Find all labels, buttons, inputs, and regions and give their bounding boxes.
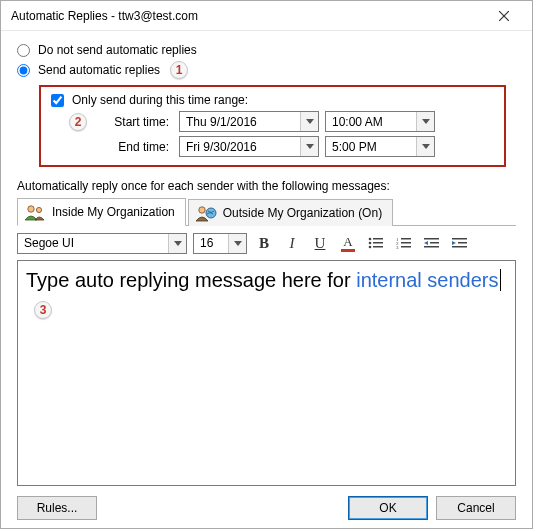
number-list-icon: 1 2 3 xyxy=(396,236,412,250)
italic-button[interactable]: I xyxy=(281,232,303,254)
svg-rect-29 xyxy=(458,242,467,244)
font-color-button[interactable]: A xyxy=(337,232,359,254)
font-color-bar xyxy=(341,249,355,252)
tab-inside-label: Inside My Organization xyxy=(52,205,175,219)
svg-rect-26 xyxy=(424,246,439,248)
callout-3: 3 xyxy=(34,301,52,319)
radio-do-not-send-input[interactable] xyxy=(17,44,30,57)
svg-marker-4 xyxy=(306,144,314,149)
svg-marker-11 xyxy=(234,241,242,246)
tab-inside-org[interactable]: Inside My Organization xyxy=(17,198,186,226)
callout-1: 1 xyxy=(170,61,188,79)
start-time-value: 10:00 AM xyxy=(326,115,416,129)
font-size-value: 16 xyxy=(194,236,228,250)
chevron-down-icon xyxy=(300,112,318,131)
svg-marker-31 xyxy=(452,241,456,245)
end-time-label: End time: xyxy=(103,140,173,154)
tab-outside-label: Outside My Organization (On) xyxy=(223,206,382,220)
radio-send[interactable]: Send automatic replies 1 xyxy=(17,61,516,79)
callout-2: 2 xyxy=(69,113,87,131)
underline-button[interactable]: U xyxy=(309,232,331,254)
indent-icon xyxy=(452,236,468,250)
chevron-down-icon xyxy=(300,137,318,156)
svg-point-6 xyxy=(28,206,34,212)
svg-marker-5 xyxy=(422,144,430,149)
svg-marker-10 xyxy=(174,241,182,246)
editor-toolbar: Segoe UI 16 B I U A xyxy=(17,226,516,260)
outdent-button[interactable] xyxy=(421,232,443,254)
svg-rect-23 xyxy=(401,246,411,248)
close-icon xyxy=(499,11,509,21)
start-time-combo[interactable]: 10:00 AM xyxy=(325,111,435,132)
rules-button[interactable]: Rules... xyxy=(17,496,97,520)
svg-rect-13 xyxy=(373,238,383,240)
svg-point-8 xyxy=(199,207,205,213)
chevron-down-icon xyxy=(416,112,434,131)
bullet-list-icon xyxy=(368,236,384,250)
svg-rect-21 xyxy=(401,242,411,244)
svg-point-12 xyxy=(369,238,372,241)
indent-button[interactable] xyxy=(449,232,471,254)
font-family-value: Segoe UI xyxy=(18,236,168,250)
timerange-box: Only send during this time range: 2 Star… xyxy=(39,85,506,167)
dialog-body: Do not send automatic replies Send autom… xyxy=(1,31,532,528)
chevron-down-icon xyxy=(416,137,434,156)
dialog-window: Automatic Replies - ttw3@test.com Do not… xyxy=(0,0,533,529)
font-size-combo[interactable]: 16 xyxy=(193,233,247,254)
dialog-footer: Rules... OK Cancel xyxy=(17,486,516,520)
editor-text-1: Type auto replying message here for xyxy=(26,269,356,291)
section-label: Automatically reply once for each sender… xyxy=(17,179,516,193)
end-time-value: 5:00 PM xyxy=(326,140,416,154)
svg-rect-17 xyxy=(373,246,383,248)
end-date-combo[interactable]: Fri 9/30/2016 xyxy=(179,136,319,157)
end-time-combo[interactable]: 5:00 PM xyxy=(325,136,435,157)
text-caret xyxy=(500,269,501,291)
globe-icon xyxy=(195,204,217,222)
svg-marker-2 xyxy=(306,119,314,124)
bold-button[interactable]: B xyxy=(253,232,275,254)
svg-rect-19 xyxy=(401,238,411,240)
svg-rect-15 xyxy=(373,242,383,244)
check-only-send-range[interactable]: Only send during this time range: xyxy=(51,93,494,107)
number-list-button[interactable]: 1 2 3 xyxy=(393,232,415,254)
time-grid: 2 Start time: Thu 9/1/2016 10:00 AM End … xyxy=(69,111,494,157)
check-only-send-range-input[interactable] xyxy=(51,94,64,107)
svg-point-7 xyxy=(36,207,41,212)
svg-marker-27 xyxy=(424,241,428,245)
ok-button[interactable]: OK xyxy=(348,496,428,520)
svg-rect-28 xyxy=(452,238,467,240)
svg-point-14 xyxy=(369,242,372,245)
radio-send-label: Send automatic replies xyxy=(38,63,160,77)
svg-rect-24 xyxy=(424,238,439,240)
radio-do-not-send[interactable]: Do not send automatic replies xyxy=(17,43,516,57)
tab-outside-org[interactable]: Outside My Organization (On) xyxy=(188,199,393,226)
message-editor[interactable]: Type auto replying message here for inte… xyxy=(17,260,516,486)
svg-marker-3 xyxy=(422,119,430,124)
window-title: Automatic Replies - ttw3@test.com xyxy=(11,9,484,23)
svg-rect-25 xyxy=(430,242,439,244)
font-family-combo[interactable]: Segoe UI xyxy=(17,233,187,254)
editor-text-2: internal senders xyxy=(356,269,498,291)
check-only-send-range-label: Only send during this time range: xyxy=(72,93,248,107)
svg-point-16 xyxy=(369,246,372,249)
font-color-glyph: A xyxy=(343,235,352,248)
chevron-down-icon xyxy=(168,234,186,253)
titlebar: Automatic Replies - ttw3@test.com xyxy=(1,1,532,31)
svg-rect-30 xyxy=(452,246,467,248)
chevron-down-icon xyxy=(228,234,246,253)
radio-do-not-send-label: Do not send automatic replies xyxy=(38,43,197,57)
close-button[interactable] xyxy=(484,2,524,30)
tab-strip: Inside My Organization Outside My Organi… xyxy=(17,197,516,226)
people-icon xyxy=(24,203,46,221)
cancel-button[interactable]: Cancel xyxy=(436,496,516,520)
start-date-combo[interactable]: Thu 9/1/2016 xyxy=(179,111,319,132)
start-date-value: Thu 9/1/2016 xyxy=(180,115,300,129)
outdent-icon xyxy=(424,236,440,250)
start-time-label: Start time: xyxy=(103,115,173,129)
svg-text:3: 3 xyxy=(396,245,399,250)
radio-send-input[interactable] xyxy=(17,64,30,77)
bullet-list-button[interactable] xyxy=(365,232,387,254)
end-date-value: Fri 9/30/2016 xyxy=(180,140,300,154)
